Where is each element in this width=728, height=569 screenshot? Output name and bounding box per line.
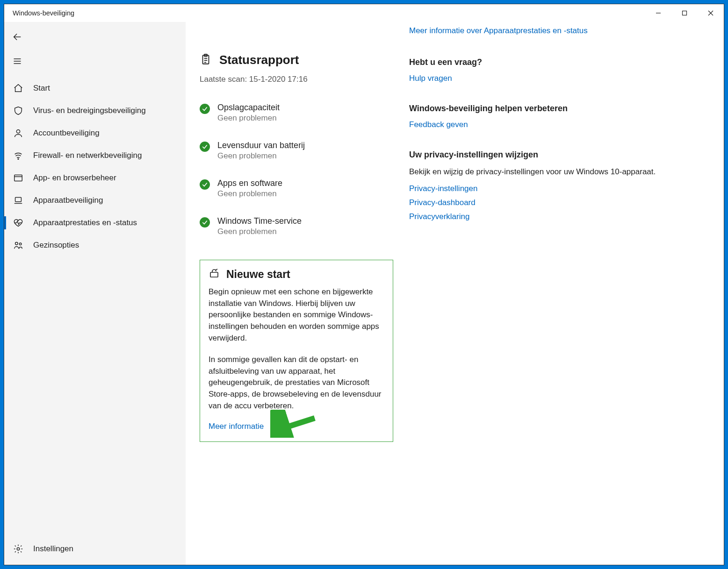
- sidebar-item-label: Virus- en bedreigingsbeveiliging: [33, 106, 146, 115]
- privacy-dashboard-link[interactable]: Privacy-dashboard: [409, 198, 705, 207]
- check-icon: [200, 142, 210, 152]
- annotation-arrow-icon: [270, 410, 317, 438]
- sidebar-item-family[interactable]: Gezinsopties: [4, 234, 186, 256]
- fresh-more-info-link[interactable]: Meer informatie: [209, 422, 264, 431]
- svg-point-15: [17, 548, 20, 550]
- sidebar: Start Virus- en bedreigingsbeveiliging A…: [4, 22, 186, 565]
- back-button[interactable]: [5, 25, 29, 49]
- svg-point-9: [18, 158, 19, 159]
- privacy-heading: Uw privacy-instellingen wijzigen: [409, 150, 705, 160]
- main-area: Statusrapport Laatste scan: 15-1-2020 17…: [186, 22, 724, 565]
- clipboard-icon: [200, 53, 212, 67]
- svg-point-13: [15, 242, 18, 245]
- get-help-link[interactable]: Hulp vragen: [409, 74, 705, 83]
- fresh-paragraph-1: Begin opnieuw met een schone en bijgewer…: [209, 286, 384, 344]
- minimize-button[interactable]: [645, 4, 671, 22]
- sidebar-item-label: Instellingen: [33, 544, 73, 554]
- sidebar-item-appbrowser[interactable]: App- en browserbeheer: [4, 167, 186, 189]
- svg-rect-12: [15, 198, 22, 202]
- status-item-storage: Opslagcapaciteit Geen problemen: [200, 103, 393, 123]
- sidebar-item-label: Firewall- en netwerkbeveiliging: [33, 151, 142, 160]
- status-item-title: Levensduur van batterij: [217, 141, 305, 150]
- status-item-time: Windows Time-service Geen problemen: [200, 216, 393, 236]
- svg-line-22: [280, 418, 315, 429]
- svg-point-14: [19, 243, 22, 245]
- check-icon: [200, 179, 210, 190]
- status-heading: Statusrapport: [219, 53, 299, 67]
- nav-list: Start Virus- en bedreigingsbeveiliging A…: [4, 77, 186, 538]
- person-icon: [13, 128, 24, 138]
- svg-rect-10: [14, 175, 22, 181]
- status-item-sub: Geen problemen: [217, 114, 280, 123]
- sidebar-item-label: Apparaatbeveiliging: [33, 196, 103, 205]
- status-item-title: Windows Time-service: [217, 216, 302, 226]
- sidebar-item-label: Apparaatprestaties en -status: [33, 218, 137, 228]
- svg-rect-21: [210, 272, 218, 277]
- sidebar-item-label: Accountbeveiliging: [33, 128, 100, 138]
- window-title: Windows-beveiliging: [13, 9, 74, 17]
- window-icon: [13, 173, 24, 183]
- app-window: Windows-beveiliging: [4, 4, 724, 565]
- privacy-settings-link[interactable]: Privacy-instellingen: [409, 184, 705, 193]
- improve-heading: Windows-beveiliging helpen verbeteren: [409, 104, 705, 114]
- shield-icon: [13, 106, 24, 116]
- sidebar-item-account[interactable]: Accountbeveiliging: [4, 122, 186, 144]
- window-controls: [645, 4, 724, 22]
- maximize-button[interactable]: [671, 4, 698, 22]
- status-item-battery: Levensduur van batterij Geen problemen: [200, 141, 393, 161]
- sidebar-item-device-security[interactable]: Apparaatbeveiliging: [4, 189, 186, 212]
- fresh-paragraph-2: In sommige gevallen kan dit de opstart- …: [209, 354, 384, 412]
- check-icon: [200, 104, 210, 114]
- laptop-icon: [13, 195, 24, 206]
- sidebar-item-label: App- en browserbeheer: [33, 173, 116, 183]
- status-item-title: Apps en software: [217, 178, 282, 188]
- svg-point-8: [16, 130, 20, 133]
- close-button[interactable]: [698, 4, 724, 22]
- sidebar-item-settings[interactable]: Instellingen: [4, 538, 186, 560]
- status-item-sub: Geen problemen: [217, 227, 302, 236]
- question-heading: Hebt u een vraag?: [409, 57, 705, 67]
- heart-pulse-icon: [13, 218, 24, 228]
- status-item-apps: Apps en software Geen problemen: [200, 178, 393, 199]
- network-icon: [13, 150, 24, 161]
- last-scan-text: Laatste scan: 15-1-2020 17:16: [200, 75, 393, 84]
- sidebar-item-firewall[interactable]: Firewall- en netwerkbeveiliging: [4, 144, 186, 167]
- status-item-sub: Geen problemen: [217, 189, 282, 199]
- sidebar-item-device-perf[interactable]: Apparaatprestaties en -status: [4, 212, 186, 234]
- privacy-paragraph: Bekijk en wijzig de privacy-instellingen…: [409, 166, 705, 178]
- sidebar-item-label: Start: [33, 84, 50, 93]
- status-heading-row: Statusrapport: [200, 53, 393, 67]
- status-item-title: Opslagcapaciteit: [217, 103, 280, 113]
- gear-icon: [13, 544, 24, 554]
- check-icon: [200, 217, 210, 228]
- svg-rect-1: [683, 11, 687, 15]
- titlebar: Windows-beveiliging: [4, 4, 724, 22]
- fresh-start-icon: [209, 268, 220, 281]
- privacy-statement-link[interactable]: Privacyverklaring: [409, 212, 705, 221]
- hamburger-button[interactable]: [5, 49, 29, 73]
- home-icon: [13, 83, 24, 93]
- fresh-start-box: Nieuwe start Begin opnieuw met een schon…: [200, 260, 393, 442]
- feedback-link[interactable]: Feedback geven: [409, 120, 705, 129]
- sidebar-item-start[interactable]: Start: [4, 77, 186, 100]
- fresh-heading: Nieuwe start: [226, 268, 290, 281]
- sidebar-item-virus[interactable]: Virus- en bedreigingsbeveiliging: [4, 100, 186, 122]
- sidebar-item-label: Gezinsopties: [33, 241, 79, 250]
- family-icon: [13, 240, 24, 250]
- status-item-sub: Geen problemen: [217, 151, 305, 161]
- more-info-device-link[interactable]: Meer informatie over Apparaatprestaties …: [409, 25, 705, 37]
